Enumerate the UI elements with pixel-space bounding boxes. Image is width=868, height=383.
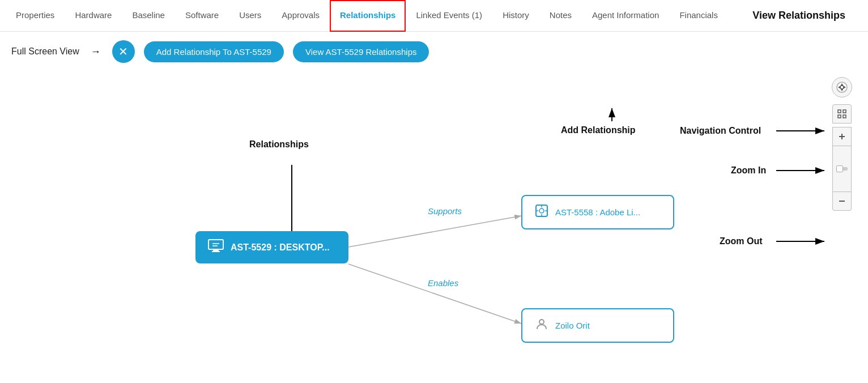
tab-hardware[interactable]: Hardware — [65, 0, 122, 32]
relationship-canvas: Relationships Add Relationship Navigatio… — [0, 71, 868, 383]
tab-relationships[interactable]: Relationships — [330, 0, 406, 32]
svg-rect-30 — [843, 115, 846, 118]
secondary-node-2-label: Zoilo Orit — [555, 321, 590, 330]
navigation-control-button[interactable] — [832, 77, 852, 97]
view-relationships-button[interactable]: View AST-5529 Relationships — [293, 41, 429, 62]
secondary-node-2[interactable]: Zoilo Orit — [521, 308, 674, 343]
fullscreen-toggle-button[interactable]: ✕ — [112, 40, 135, 63]
add-relationship-annotation: Add Relationship — [561, 125, 636, 135]
fullscreen-arrow: → — [91, 46, 101, 58]
relationship-lines — [0, 71, 868, 383]
zoom-in-button[interactable] — [832, 127, 852, 146]
tab-financials[interactable]: Financials — [669, 0, 728, 32]
zoom-out-annotation: Zoom Out — [720, 236, 763, 246]
enables-label: Enables — [428, 278, 458, 288]
svg-point-16 — [539, 208, 544, 213]
svg-rect-29 — [838, 115, 841, 118]
zoom-controls — [832, 77, 852, 211]
zoom-slider-track[interactable] — [832, 146, 852, 191]
software-icon — [535, 204, 548, 220]
navigation-control-annotation: Navigation Control — [680, 126, 761, 136]
zoom-in-annotation: Zoom In — [731, 165, 766, 176]
svg-point-21 — [539, 320, 544, 324]
nav-tabs: Properties Hardware Baseline Software Us… — [0, 0, 868, 32]
tab-software[interactable]: Software — [175, 0, 229, 32]
supports-label: Supports — [428, 206, 462, 216]
svg-rect-27 — [838, 110, 841, 113]
zoom-slider-thumb[interactable] — [836, 165, 843, 172]
main-node-label: AST-5529 : DESKTOP... — [231, 242, 330, 253]
tab-properties[interactable]: Properties — [6, 0, 65, 32]
svg-line-4 — [348, 264, 521, 324]
svg-rect-28 — [843, 110, 846, 113]
desktop-icon — [208, 239, 224, 256]
tab-users[interactable]: Users — [229, 0, 271, 32]
main-node[interactable]: AST-5529 : DESKTOP... — [195, 231, 348, 263]
user-icon — [535, 317, 548, 334]
secondary-node-1[interactable]: AST-5558 : Adobe Li... — [521, 195, 674, 229]
svg-rect-10 — [209, 240, 223, 249]
tab-agent-information[interactable]: Agent Information — [582, 0, 669, 32]
tab-history[interactable]: History — [492, 0, 539, 32]
tab-linked-events[interactable]: Linked Events (1) — [406, 0, 492, 32]
tab-notes[interactable]: Notes — [539, 0, 582, 32]
add-relationship-button[interactable]: Add Relationship To AST-5529 — [144, 41, 284, 62]
secondary-node-1-label: AST-5558 : Adobe Li... — [555, 207, 640, 217]
svg-line-3 — [348, 216, 521, 247]
fit-screen-button[interactable] — [832, 104, 852, 124]
zoom-out-button[interactable] — [832, 191, 852, 211]
relationships-annotation: Relationships — [249, 139, 309, 150]
tab-baseline[interactable]: Baseline — [122, 0, 175, 32]
fullscreen-label: Full Screen View — [11, 46, 79, 57]
tab-approvals[interactable]: Approvals — [271, 0, 330, 32]
toolbar: Full Screen View → ✕ Add Relationship To… — [0, 32, 868, 71]
view-relationships-header: View Relationships — [752, 10, 862, 22]
